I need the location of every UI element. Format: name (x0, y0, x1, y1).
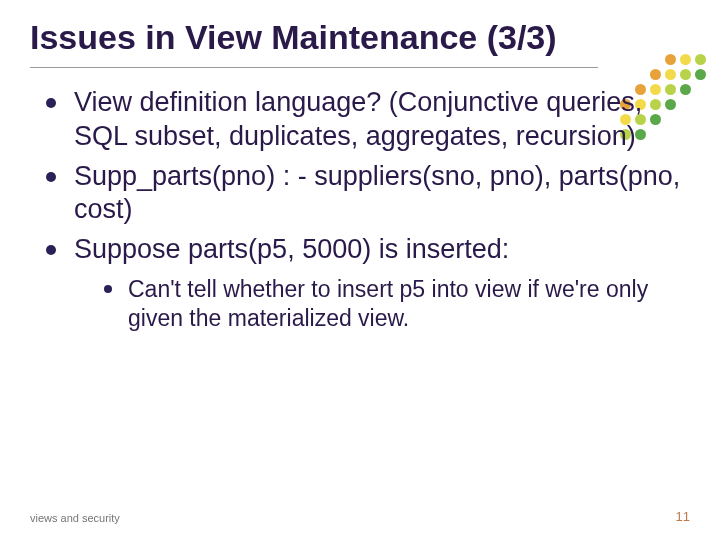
page-title: Issues in View Maintenance (3/3) (30, 18, 590, 57)
title-divider (30, 67, 598, 68)
slide: Issues in View Maintenance (3/3) View de… (0, 0, 720, 540)
bullet-item: View definition language? (Conjunctive q… (46, 86, 690, 154)
sub-bullet-item: Can't tell whether to insert p5 into vie… (104, 275, 690, 333)
decor-dot (650, 69, 661, 80)
decor-dot (620, 69, 631, 80)
decor-dot (680, 69, 691, 80)
decor-dot (695, 114, 706, 125)
bullet-item: Supp_parts(pno) : - suppliers(sno, pno),… (46, 160, 690, 228)
sub-bullet-list: Can't tell whether to insert p5 into vie… (74, 275, 690, 333)
decor-dot (665, 54, 676, 65)
decor-dot (695, 54, 706, 65)
decor-dot (680, 54, 691, 65)
decor-dot (695, 69, 706, 80)
decor-dot (635, 54, 646, 65)
decor-dot (695, 99, 706, 110)
slide-number: 11 (676, 509, 690, 524)
decor-dot (650, 54, 661, 65)
footer-left-text: views and security (30, 512, 120, 524)
decor-dot (695, 84, 706, 95)
bullet-text: Suppose parts(p5, 5000) is inserted: (74, 234, 509, 264)
bullet-item: Suppose parts(p5, 5000) is inserted: Can… (46, 233, 690, 332)
main-bullet-list: View definition language? (Conjunctive q… (30, 86, 690, 332)
decor-dot (665, 69, 676, 80)
decor-dot (695, 129, 706, 140)
decor-dot (620, 54, 631, 65)
decor-dot (635, 69, 646, 80)
